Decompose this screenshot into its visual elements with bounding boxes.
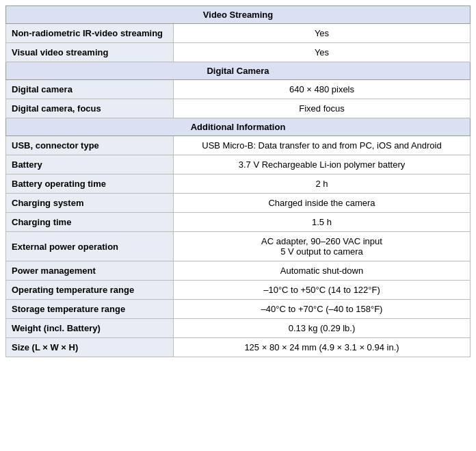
row-label: Operating temperature range — [6, 281, 174, 300]
row-value: Yes — [174, 43, 471, 62]
row-value: 125 × 80 × 24 mm (4.9 × 3.1 × 0.94 in.) — [174, 338, 471, 357]
table-row: Charging systemCharged inside the camera — [6, 194, 471, 213]
row-label: Charging time — [6, 213, 174, 232]
row-value: USB Micro-B: Data transfer to and from P… — [174, 136, 471, 155]
row-value: 0.13 kg (0.29 lb.) — [174, 319, 471, 338]
table-row: Battery operating time2 h — [6, 175, 471, 194]
row-label: Power management — [6, 261, 174, 281]
table-row: USB, connector typeUSB Micro-B: Data tra… — [6, 136, 471, 155]
row-label: Digital camera — [6, 80, 174, 99]
row-label: Non-radiometric IR-video streaming — [6, 24, 174, 43]
row-label: Storage temperature range — [6, 300, 174, 319]
row-value: Charged inside the camera — [174, 194, 471, 213]
table-row: Operating temperature range–10°C to +50°… — [6, 281, 471, 300]
row-label: Charging system — [6, 194, 174, 213]
table-row: Power managementAutomatic shut-down — [6, 261, 471, 281]
table-row: Non-radiometric IR-video streamingYes — [6, 24, 471, 43]
table-row: Digital camera, focusFixed focus — [6, 99, 471, 118]
row-label: External power operation — [6, 232, 174, 261]
row-label: Digital camera, focus — [6, 99, 174, 118]
section-header-1: Digital Camera — [6, 62, 471, 80]
table-row: External power operationAC adapter, 90–2… — [6, 232, 471, 261]
table-row: Visual video streamingYes — [6, 43, 471, 62]
row-value: Fixed focus — [174, 99, 471, 118]
row-value: –40°C to +70°C (–40 to 158°F) — [174, 300, 471, 319]
row-label: Visual video streaming — [6, 43, 174, 62]
row-value: –10°C to +50°C (14 to 122°F) — [174, 281, 471, 300]
row-value: Yes — [174, 24, 471, 43]
row-value: 3.7 V Rechargeable Li-ion polymer batter… — [174, 155, 471, 175]
row-value: 2 h — [174, 175, 471, 194]
section-header-2: Additional Information — [6, 118, 471, 136]
row-label: Weight (incl. Battery) — [6, 319, 174, 338]
row-label: USB, connector type — [6, 136, 174, 155]
row-label: Battery operating time — [6, 175, 174, 194]
specs-table: Video StreamingNon-radiometric IR-video … — [5, 5, 471, 357]
table-row: Storage temperature range–40°C to +70°C … — [6, 300, 471, 319]
row-value: 1.5 h — [174, 213, 471, 232]
row-label: Battery — [6, 155, 174, 175]
table-row: Digital camera640 × 480 pixels — [6, 80, 471, 99]
row-value: AC adapter, 90–260 VAC input5 V output t… — [174, 232, 471, 261]
table-row: Weight (incl. Battery)0.13 kg (0.29 lb.) — [6, 319, 471, 338]
table-row: Battery3.7 V Rechargeable Li-ion polymer… — [6, 155, 471, 175]
table-row: Size (L × W × H)125 × 80 × 24 mm (4.9 × … — [6, 338, 471, 357]
section-header-0: Video Streaming — [6, 6, 471, 24]
row-label: Size (L × W × H) — [6, 338, 174, 357]
table-row: Charging time1.5 h — [6, 213, 471, 232]
row-value: Automatic shut-down — [174, 261, 471, 281]
row-value: 640 × 480 pixels — [174, 80, 471, 99]
